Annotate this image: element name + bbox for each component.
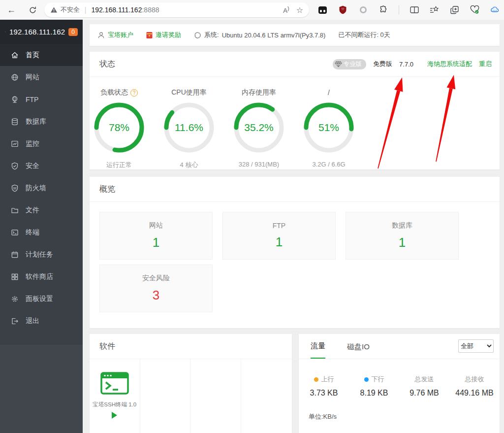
- copy-tab-icon[interactable]: [450, 5, 460, 15]
- calendar-icon: [11, 251, 19, 259]
- bt-account-link[interactable]: 宝塔账户: [97, 31, 133, 39]
- gauge-load: 负载状态 ? 78% 运行正常: [90, 88, 149, 169]
- sidebar-footer: [0, 345, 83, 433]
- terminal-icon: [11, 229, 19, 236]
- toolbar-divider: [399, 5, 399, 14]
- security-status[interactable]: 不安全: [50, 5, 80, 14]
- refresh-button[interactable]: [26, 2, 40, 17]
- url-text: 192.168.111.162:8888: [91, 6, 159, 14]
- sidebar-item-website[interactable]: 网站: [0, 66, 83, 88]
- sidebar-item-terminal[interactable]: 终端: [0, 221, 83, 243]
- gauge-cpu-value: 11.6%: [162, 100, 216, 155]
- gauge-disk-sub: 3.2G / 6.6G: [312, 161, 345, 168]
- sidebar-item-monitor[interactable]: 监控: [0, 133, 83, 155]
- ubuntu-icon: [194, 32, 201, 39]
- software-empty-cell: [140, 359, 191, 433]
- cloud-sync-icon[interactable]: [490, 5, 500, 15]
- sidebar-item-database[interactable]: 数据库: [0, 110, 83, 133]
- extension-ring-icon[interactable]: [358, 5, 368, 15]
- system-info: 系统: Ubuntu 20.04.6 LTS armv7l(Py3.7.8): [194, 31, 325, 39]
- favorite-star-icon[interactable]: ☆: [296, 5, 303, 15]
- gauge-memory-sub: 328 / 931(MB): [239, 161, 279, 168]
- back-button[interactable]: ←: [4, 2, 19, 17]
- database-icon: [11, 118, 19, 126]
- sidebar-item-security[interactable]: 安全: [0, 155, 83, 177]
- sidebar-item-ftp[interactable]: FTP: [0, 88, 83, 110]
- stat-total-sent: 总发送 9.76 MB: [399, 375, 449, 398]
- refresh-icon: [29, 6, 37, 14]
- free-version-label: 免费版: [373, 60, 392, 68]
- folder-icon: [11, 206, 19, 214]
- traffic-filter-select[interactable]: 全部: [458, 339, 494, 353]
- gauge-disk-value: 51%: [302, 100, 356, 155]
- gauge-cpu: CPU使用率 11.6% 4 核心: [159, 88, 219, 169]
- user-icon: [97, 32, 105, 39]
- browser-health-icon[interactable]: [470, 5, 480, 15]
- software-app-ssh-terminal[interactable]: 宝塔SSH终端 1.0: [90, 359, 140, 433]
- gauge-memory: 内存使用率 35.2% 328 / 931(MB): [229, 88, 288, 169]
- security-label: 不安全: [61, 5, 80, 14]
- gear-icon: [11, 295, 19, 303]
- sidebar-item-logout[interactable]: 退出: [0, 310, 83, 332]
- extensions-puzzle-icon[interactable]: [378, 5, 388, 15]
- downstream-dot-icon: [364, 377, 369, 382]
- overview-card-security-risk[interactable]: 安全风险 3: [99, 265, 213, 312]
- server-ip: 192.168.111.162: [9, 28, 65, 36]
- waf-shield-icon: [11, 184, 19, 192]
- warning-icon: [50, 6, 58, 13]
- system-value: Ubuntu 20.04.6 LTS armv7l(Py3.7.8): [222, 32, 326, 39]
- split-screen-icon[interactable]: [410, 5, 419, 15]
- overview-card-ftp[interactable]: FTP 1: [222, 212, 336, 260]
- stat-upstream: 上行 3.73 KB: [299, 375, 349, 398]
- top-info-bar: 宝塔账户 邀请奖励 系统: Ubuntu 20.04.6 LTS ar: [90, 24, 500, 46]
- overview-title: 概览: [99, 184, 115, 195]
- ublock-shield-icon[interactable]: [338, 5, 348, 15]
- sidebar-item-files[interactable]: 文件: [0, 199, 83, 221]
- globe-icon: [11, 73, 19, 81]
- software-app-name: 宝塔SSH终端 1.0: [93, 401, 136, 408]
- address-divider: |: [85, 6, 87, 14]
- uptime-text: 已不间断运行: 0天: [338, 31, 390, 39]
- traffic-card: 流量 磁盘IO 全部 上行 3.73 KB 下行 8.19 KB: [299, 334, 500, 433]
- gauge-load-value: 78%: [92, 100, 146, 155]
- sidebar-item-firewall[interactable]: 防火墙: [0, 177, 83, 199]
- invite-reward-link[interactable]: 邀请奖励: [146, 31, 181, 39]
- overview-card-website[interactable]: 网站 1: [99, 212, 213, 260]
- server-monitor-icon: [5, 28, 6, 36]
- status-card: 状态 专业版 免费版 7.7.0 海纳思系统适配 重启: [90, 52, 500, 169]
- ftp-icon: [11, 96, 19, 103]
- collections-icon[interactable]: [430, 5, 440, 15]
- software-empty-cell: [241, 359, 292, 433]
- diamond-icon: [335, 61, 342, 67]
- upstream-dot-icon: [314, 377, 318, 382]
- extension-dark-icon[interactable]: [318, 5, 328, 15]
- sidebar-header[interactable]: 192.168.111.162 0: [0, 20, 83, 44]
- software-title: 软件: [99, 341, 115, 352]
- overview-card: 概览 网站 1 FTP 1 数据库 1: [90, 177, 500, 328]
- address-bar[interactable]: 不安全 | 192.168.111.162:8888 A) ☆: [44, 2, 309, 17]
- sidebar-item-appstore[interactable]: 软件商店: [0, 266, 83, 288]
- gauge-memory-value: 35.2%: [232, 100, 286, 155]
- red-envelope-icon: [146, 32, 153, 39]
- software-empty-cell: [190, 359, 241, 433]
- sidebar-item-home[interactable]: 首页: [0, 44, 83, 66]
- sidebar-item-cron[interactable]: 计划任务: [0, 243, 83, 266]
- hinas-adapt-link[interactable]: 海纳思系统适配: [427, 60, 472, 68]
- gauge-cpu-sub: 4 核心: [180, 161, 198, 169]
- sidebar-item-settings[interactable]: 面板设置: [0, 288, 83, 310]
- message-count-badge[interactable]: 0: [68, 28, 78, 36]
- help-icon[interactable]: ?: [130, 89, 138, 97]
- tab-disk-io[interactable]: 磁盘IO: [347, 342, 370, 359]
- grid-icon: [11, 273, 19, 281]
- main-content: 宝塔账户 邀请奖励 系统: Ubuntu 20.04.6 LTS ar: [83, 20, 504, 433]
- chart-icon: [11, 140, 19, 148]
- status-title: 状态: [99, 59, 115, 69]
- restart-link[interactable]: 重启: [479, 60, 492, 68]
- read-aloud-icon[interactable]: A): [283, 5, 289, 14]
- tab-traffic[interactable]: 流量: [311, 341, 325, 359]
- overview-card-database[interactable]: 数据库 1: [346, 212, 459, 260]
- play-icon[interactable]: [112, 412, 117, 419]
- pro-version-badge[interactable]: 专业版: [333, 59, 367, 69]
- shield-check-icon: [11, 162, 19, 170]
- stat-total-received: 总接收 449.16 MB: [449, 375, 500, 398]
